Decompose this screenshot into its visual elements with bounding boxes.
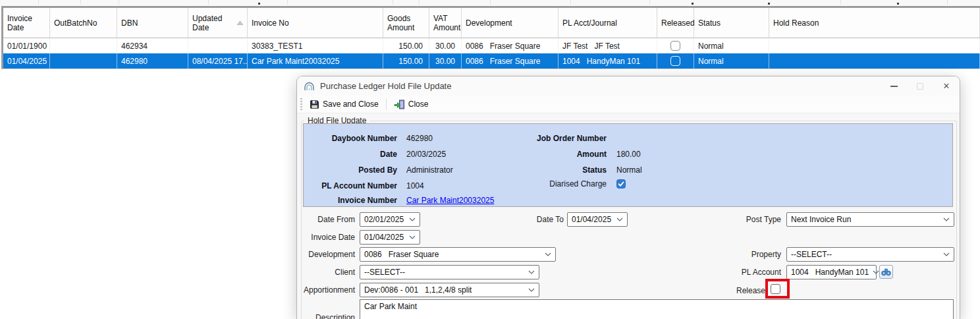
sort-ascending-icon <box>234 21 243 25</box>
close-icon: ✕ <box>943 82 950 90</box>
pl-account-lookup-button[interactable] <box>879 265 893 279</box>
pl-account-dropdown[interactable]: 1004 HandyMan 101 <box>786 265 877 279</box>
date-to-value: 01/04/2025 <box>572 215 611 224</box>
col-header-development[interactable]: Development <box>462 8 558 38</box>
col-header-released[interactable]: Released <box>657 8 694 38</box>
toolbar-remnant-mark <box>768 3 770 5</box>
development-label: Development <box>297 249 355 260</box>
invoice-date-label: Invoice Date <box>297 232 355 243</box>
close-label: Close <box>408 100 429 109</box>
summary-row: Date20/03/2025 <box>304 149 446 160</box>
cell-outbatchno <box>50 53 117 69</box>
maximize-button[interactable] <box>907 76 933 96</box>
invoice-date-value: 01/04/2025 <box>364 233 404 242</box>
col-header-label: Goods Amount <box>387 14 425 32</box>
record-summary-panel: Daybook Number462980 Date20/03/2025 Post… <box>303 123 953 207</box>
amount-value: 180.00 <box>616 150 641 159</box>
toolbar-grip-handle[interactable] <box>300 98 302 110</box>
cell-goods-amount: 150.00 <box>383 53 429 69</box>
col-header-goods-amount[interactable]: Goods Amount <box>383 8 429 38</box>
dialog-titlebar[interactable]: Purchase Ledger Hold File Update ✕ <box>297 76 960 96</box>
toolbar-remnant-divider <box>419 0 420 5</box>
col-header-vat-amount[interactable]: VAT Amount <box>429 8 462 38</box>
invoice-date-dropdown[interactable]: 01/04/2025 <box>360 230 420 245</box>
col-header-pl-acct-journal[interactable]: PL Acct/Journal <box>558 8 657 38</box>
post-type-value: Next Invoice Run <box>791 215 851 224</box>
col-header-outbatchno[interactable]: OutBatchNo <box>50 8 117 38</box>
released-checkbox[interactable] <box>670 56 680 66</box>
col-header-updated-date[interactable]: Updated Date <box>188 8 248 38</box>
red-annotation-box <box>765 279 790 299</box>
col-header-status[interactable]: Status <box>694 8 769 38</box>
client-dropdown[interactable]: --SELECT-- <box>360 265 539 279</box>
toolbar-remnant-mark <box>897 3 899 5</box>
chevron-down-icon <box>524 270 535 274</box>
date-label: Date <box>304 150 397 159</box>
post-type-dropdown[interactable]: Next Invoice Run <box>786 212 954 227</box>
development-dropdown[interactable]: 0086 Fraser Square <box>360 247 556 262</box>
client-label: Client <box>297 267 355 277</box>
date-to-label: Date To <box>524 214 564 225</box>
pl-account-number-value: 1004 <box>406 181 424 190</box>
summary-row: Job Order Number <box>501 133 616 144</box>
date-to-dropdown[interactable]: 01/04/2025 <box>567 212 628 227</box>
released-checkbox[interactable] <box>670 41 680 51</box>
save-and-close-button[interactable]: Save and Close <box>306 98 383 111</box>
property-dropdown[interactable]: --SELECT-- <box>786 247 954 262</box>
col-header-invoice-date[interactable]: Invoice Date <box>3 8 50 38</box>
close-button[interactable]: Close <box>390 98 433 111</box>
posted-by-label: Posted By <box>304 165 397 175</box>
col-header-label: DBN <box>121 18 138 28</box>
toolbar-separator <box>386 99 387 110</box>
invoice-number-link[interactable]: Car Park Maint20032025 <box>406 196 494 205</box>
toolbar-remnant-mark <box>258 3 260 5</box>
apportionment-dropdown[interactable]: Dev:0086 - 001 1,1,2,4/8 split <box>360 283 539 297</box>
close-window-button[interactable]: ✕ <box>933 76 960 96</box>
col-header-label: Status <box>698 18 721 28</box>
cell-status: Normal <box>694 38 769 53</box>
pl-account-number-label: PL Account Number <box>304 181 397 190</box>
daybook-number-value: 462980 <box>406 134 433 143</box>
cell-updated-date <box>188 38 248 53</box>
save-and-close-label: Save and Close <box>323 100 379 109</box>
cell-status: Normal <box>694 53 769 69</box>
diarised-charge-checkbox[interactable] <box>616 179 626 188</box>
cell-outbatchno <box>50 38 117 53</box>
hold-file-grid: Invoice Date OutBatchNo DBN Updated Date… <box>1 6 980 69</box>
job-order-number-label: Job Order Number <box>501 134 607 143</box>
cell-updated-date: 08/04/2025 17... <box>188 53 248 69</box>
exit-door-icon <box>394 100 405 109</box>
cell-dbn: 462980 <box>117 53 188 69</box>
minimize-icon <box>890 86 898 87</box>
amount-label: Amount <box>501 150 607 159</box>
chevron-down-icon <box>541 252 551 256</box>
chevron-down-icon <box>612 218 623 221</box>
col-header-invoice-no[interactable]: Invoice No <box>248 8 383 38</box>
minimize-button[interactable] <box>881 76 907 96</box>
status-value: Normal <box>616 165 642 175</box>
client-value: --SELECT-- <box>364 268 405 277</box>
post-type-label: Post Type <box>728 214 781 225</box>
toolbar-remnant-divider <box>80 0 81 5</box>
date-from-dropdown[interactable]: 02/01/2025 <box>360 212 420 227</box>
pl-account-label: PL Account <box>728 267 781 277</box>
description-value: Car Park Maint <box>364 302 417 311</box>
grid-header-row: Invoice Date OutBatchNo DBN Updated Date… <box>3 8 980 38</box>
property-value: --SELECT-- <box>791 250 832 259</box>
toolbar-remnant-divider <box>570 0 571 5</box>
col-header-dbn[interactable]: DBN <box>117 8 188 38</box>
grid-row-2-selected[interactable]: 01/04/2025 462980 08/04/2025 17... Car P… <box>3 53 980 69</box>
col-header-label: PL Acct/Journal <box>562 18 617 28</box>
grid-row-1[interactable]: 01/01/1900 462934 30383_TEST1 150.00 30.… <box>3 38 980 53</box>
cell-hold-reason <box>769 38 980 53</box>
description-textarea[interactable]: Car Park Maint <box>360 299 954 319</box>
toolbar-remnant-divider <box>947 0 948 5</box>
maximize-icon <box>917 83 923 90</box>
col-header-hold-reason[interactable]: Hold Reason <box>769 8 980 38</box>
cell-pl-acct-journal: 1004 HandyMan 101 <box>558 53 657 69</box>
summary-row: Posted ByAdministrator <box>304 165 453 175</box>
cropped-toolbar-strip <box>0 0 980 6</box>
cell-invoice-no: 30383_TEST1 <box>248 38 383 53</box>
summary-row: PL Account Number1004 <box>304 181 424 191</box>
col-header-label: Hold Reason <box>773 18 819 28</box>
